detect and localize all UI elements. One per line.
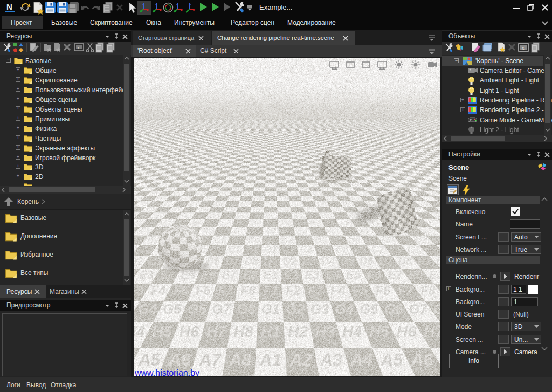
svg-text:N: N <box>6 2 12 11</box>
svg-text:Example...: Example... <box>259 3 292 11</box>
svg-text:x: x <box>522 45 525 51</box>
svg-text:x: x <box>77 45 79 50</box>
svg-text:www.historian.by: www.historian.by <box>134 368 199 376</box>
